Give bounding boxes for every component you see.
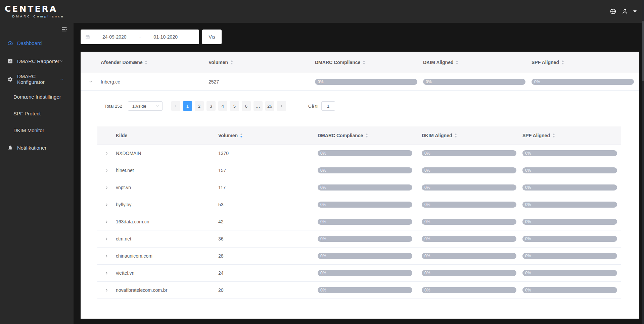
column-header-volumen[interactable]: Volumen xyxy=(218,133,318,138)
volume-cell: 117 xyxy=(218,185,318,190)
brand-logo: CENTERA DMARC Compliance xyxy=(5,5,72,18)
page-ellipsis[interactable]: ... xyxy=(254,101,263,111)
domain-cell: friberg.cc xyxy=(101,79,209,85)
brand-tagline: DMARC Compliance xyxy=(5,14,72,18)
volume-cell: 42 xyxy=(218,219,318,224)
table-row: chinaunicom.com 28 0% 0% 0% xyxy=(97,248,621,265)
column-header-dmarc-compliance[interactable]: DMARC Compliance xyxy=(315,60,423,65)
bell-icon xyxy=(7,145,13,151)
page-button-2[interactable]: 2 xyxy=(195,101,204,111)
page-button-6[interactable]: 6 xyxy=(242,101,251,111)
column-header-kilde[interactable]: Kilde xyxy=(116,133,218,138)
sidebar-item-dmarc-rapporter[interactable]: DMARC Rapporter xyxy=(0,52,74,70)
dmarc-progress-bar: 0% xyxy=(318,150,412,156)
domains-table-body: friberg.cc 2527 0% 0% 0% xyxy=(81,73,639,91)
row-expander[interactable] xyxy=(97,288,116,293)
date-to-value[interactable]: 01-10-2020 xyxy=(141,34,190,40)
column-header-dmarc-compliance[interactable]: DMARC Compliance xyxy=(318,133,422,138)
row-expander[interactable] xyxy=(97,254,116,259)
table-row: byfly.by 53 0% 0% 0% xyxy=(97,196,621,213)
pagination: Total 252 10/side 123456...26 Gå til xyxy=(104,101,639,111)
sidebar: DashboardDMARC RapporterDMARC Konfigurat… xyxy=(0,23,74,324)
column-label: DKIM Aligned xyxy=(423,60,453,65)
dkim-progress-bar: 0% xyxy=(422,167,516,173)
page-button-26[interactable]: 26 xyxy=(265,101,274,111)
sort-carets-icon xyxy=(456,60,458,64)
sidebar-item-dashboard[interactable]: Dashboard xyxy=(0,34,74,52)
row-expander[interactable] xyxy=(97,271,116,276)
sort-carets-icon xyxy=(240,133,243,138)
domains-table: Afsender DomæneVolumenDMARC ComplianceDK… xyxy=(81,52,639,91)
date-range-picker[interactable]: 24-09-2020 - 01-10-2020 xyxy=(81,30,199,44)
sidebar-item-notifikationer[interactable]: Notifikationer xyxy=(0,139,74,157)
chevron-right-icon xyxy=(104,288,109,293)
dmarc-progress-bar: 0% xyxy=(318,287,412,293)
spf-progress-bar: 0% xyxy=(522,236,617,242)
progress-label: 0% xyxy=(424,219,430,224)
row-expander[interactable] xyxy=(97,185,116,190)
next-page-button[interactable] xyxy=(277,101,286,111)
sidebar-item-label: Notifikationer xyxy=(17,145,47,151)
date-toolbar: 24-09-2020 - 01-10-2020 Vis xyxy=(81,30,222,44)
spf-progress-bar: 0% xyxy=(522,287,617,293)
table-row: vnpt.vn 117 0% 0% 0% xyxy=(97,179,621,196)
progress-label: 0% xyxy=(320,236,326,241)
column-header-dkim-aligned[interactable]: DKIM Aligned xyxy=(423,60,532,65)
column-header-spf-aligned[interactable]: SPF Aligned xyxy=(522,133,621,138)
brand-name: CENTERA xyxy=(5,5,72,13)
column-header-dkim-aligned[interactable]: DKIM Aligned xyxy=(422,133,522,138)
chevron-right-icon xyxy=(104,236,109,241)
page-button-4[interactable]: 4 xyxy=(218,101,227,111)
progress-label: 0% xyxy=(424,151,430,156)
dmarc-progress-bar: 0% xyxy=(318,253,412,259)
row-expander[interactable] xyxy=(97,202,116,207)
row-expander[interactable] xyxy=(81,79,101,84)
sidebar-item-dmarc-konfigurator[interactable]: DMARC Konfigurator xyxy=(0,70,74,88)
dmarc-progress-bar: 0% xyxy=(315,79,417,85)
column-header-volumen[interactable]: Volumen xyxy=(209,60,315,65)
date-from-value[interactable]: 24-09-2020 xyxy=(90,34,139,40)
source-cell: 163data.com.cn xyxy=(116,219,218,224)
prev-page-button[interactable] xyxy=(171,101,180,111)
gauge-icon xyxy=(7,40,13,46)
page-button-3[interactable]: 3 xyxy=(206,101,216,111)
topbar: CENTERA DMARC Compliance xyxy=(0,0,644,23)
menu-fold-icon[interactable] xyxy=(61,26,67,32)
column-label: Kilde xyxy=(116,133,127,138)
spf-progress-bar: 0% xyxy=(522,270,617,276)
page-button-5[interactable]: 5 xyxy=(230,101,239,111)
chevron-right-icon xyxy=(104,151,109,156)
page-size-value: 10/side xyxy=(132,104,155,109)
caret-down-icon[interactable] xyxy=(633,10,637,12)
row-expander[interactable] xyxy=(97,236,116,241)
sources-table: KildeVolumenDMARC ComplianceDKIM Aligned… xyxy=(97,126,621,299)
column-header-spf-aligned[interactable]: SPF Aligned xyxy=(532,60,639,65)
user-icon[interactable] xyxy=(622,8,628,15)
globe-icon[interactable] xyxy=(610,8,616,15)
chevron-down-icon xyxy=(59,59,64,63)
table-row: hinet.net 157 0% 0% 0% xyxy=(97,162,621,179)
column-header-afsender-domaene[interactable]: Afsender Domæne xyxy=(101,60,209,65)
page-list: 123456...26 xyxy=(182,101,276,111)
page-button-1[interactable]: 1 xyxy=(183,101,192,111)
row-expander[interactable] xyxy=(97,219,116,224)
volume-cell: 1370 xyxy=(218,151,318,156)
sort-carets-icon xyxy=(363,60,365,64)
sidebar-item-dkim-monitor[interactable]: DKIM Monitor xyxy=(0,122,74,139)
spf-progress-bar: 0% xyxy=(532,79,634,85)
view-button[interactable]: Vis xyxy=(202,30,222,44)
column-label: Volumen xyxy=(218,133,238,138)
dkim-progress-bar: 0% xyxy=(422,270,516,276)
gear-icon xyxy=(7,76,13,82)
scrollbar[interactable] xyxy=(642,0,644,324)
chevron-right-icon xyxy=(104,202,109,207)
scrollbar-thumb[interactable] xyxy=(642,21,644,81)
topbar-actions xyxy=(610,8,637,15)
page-size-select[interactable]: 10/side xyxy=(128,101,163,111)
sidebar-item-spf-protect[interactable]: SPF Protect xyxy=(0,105,74,122)
spf-progress-bar: 0% xyxy=(522,202,617,208)
row-expander[interactable] xyxy=(97,168,116,173)
goto-page-input[interactable] xyxy=(321,101,335,111)
sidebar-item-domaene-indstillinger[interactable]: Domæne Indstillinger xyxy=(0,88,74,105)
row-expander[interactable] xyxy=(97,151,116,156)
